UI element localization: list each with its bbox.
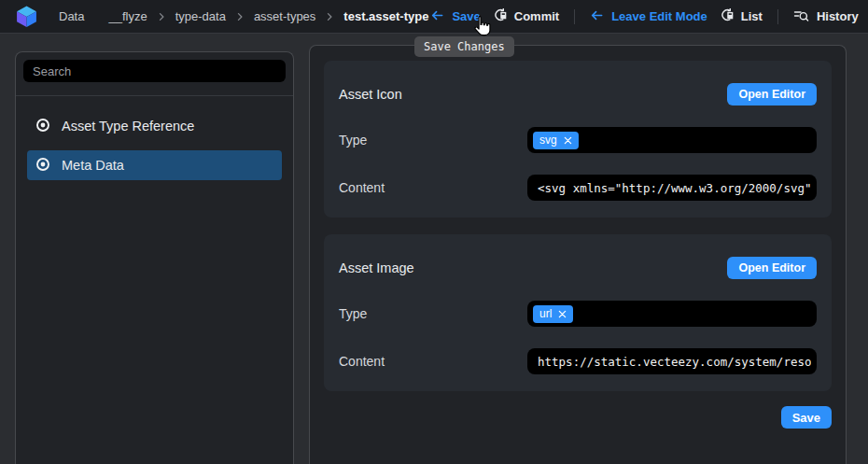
chevron-right-icon xyxy=(234,11,245,22)
content-label: Content xyxy=(339,180,385,195)
sidebar-item-label: Asset Type Reference xyxy=(62,119,194,134)
sidebar-item-asset-type-reference[interactable]: Asset Type Reference xyxy=(27,111,282,141)
breadcrumb-item-asset-types[interactable]: asset-types xyxy=(252,9,317,23)
sidebar-item-label: Meta Data xyxy=(62,158,124,173)
history-action[interactable]: History xyxy=(793,7,859,26)
asset-icon-section: Asset Icon Open Editor Type svg Content … xyxy=(324,61,832,218)
chevron-right-icon xyxy=(156,11,167,22)
section-title: Asset Icon xyxy=(339,87,402,102)
top-navbar: Data __flyze type-data asset-types test.… xyxy=(0,0,868,34)
section-title: Asset Image xyxy=(339,260,414,275)
breadcrumb-item-data[interactable]: Data xyxy=(57,9,86,23)
type-tag-label: svg xyxy=(539,134,557,147)
arrow-left-icon xyxy=(430,8,444,25)
content-label: Content xyxy=(339,354,385,369)
radio-dot-icon xyxy=(35,118,50,135)
sidebar-list: Asset Type Reference Meta Data xyxy=(16,96,293,204)
save-action-label: Save xyxy=(452,9,480,23)
save-button[interactable]: Save xyxy=(781,406,832,429)
save-action[interactable]: Save xyxy=(430,8,480,25)
list-icon xyxy=(719,7,734,25)
list-action[interactable]: List xyxy=(719,7,763,25)
list-action-label: List xyxy=(741,9,763,23)
navbar-divider xyxy=(574,9,575,24)
radio-dot-icon xyxy=(35,157,50,175)
type-tag-label: url xyxy=(539,307,552,320)
leave-edit-mode-action[interactable]: Leave Edit Mode xyxy=(590,8,707,25)
breadcrumb-item-current: test.asset-type xyxy=(342,9,430,23)
navbar-actions: Save Commit Leave Edit Mode xyxy=(430,7,858,26)
save-changes-tooltip: Save Changes xyxy=(414,36,514,57)
type-tag: svg xyxy=(533,132,579,149)
open-editor-button[interactable]: Open Editor xyxy=(727,83,817,105)
sidebar-search-wrap xyxy=(16,52,293,90)
history-action-label: History xyxy=(817,9,859,23)
content-input[interactable]: https://static.vecteezy.com/system/reso… xyxy=(527,348,817,374)
remove-tag-icon[interactable] xyxy=(558,310,567,318)
arrow-left-icon xyxy=(590,8,604,25)
type-label: Type xyxy=(339,306,367,321)
type-input[interactable]: url xyxy=(527,301,817,327)
history-search-icon xyxy=(793,7,809,26)
type-tag: url xyxy=(533,305,573,323)
leave-edit-mode-label: Leave Edit Mode xyxy=(611,9,707,23)
sidebar-panel: Asset Type Reference Meta Data xyxy=(15,51,294,464)
sidebar-item-meta-data[interactable]: Meta Data xyxy=(27,150,282,180)
breadcrumb: Data __flyze type-data asset-types test.… xyxy=(57,9,430,23)
search-input[interactable] xyxy=(23,60,286,82)
remove-tag-icon[interactable] xyxy=(564,136,572,145)
type-label: Type xyxy=(339,133,367,148)
asset-image-section: Asset Image Open Editor Type url Content… xyxy=(324,234,832,391)
meta-data-editor-panel: Asset Icon Open Editor Type svg Content … xyxy=(309,45,847,464)
chevron-right-icon xyxy=(324,11,335,22)
commit-action-label: Commit xyxy=(514,9,559,23)
breadcrumb-item-flyze[interactable]: __flyze xyxy=(106,9,148,23)
app-logo-cube-icon[interactable] xyxy=(15,5,38,28)
commit-icon xyxy=(492,7,507,25)
navbar-divider xyxy=(777,9,778,24)
type-input[interactable]: svg xyxy=(527,127,817,153)
content-input[interactable]: <svg xmlns="http://www.w3.org/2000/svg"… xyxy=(527,175,817,201)
open-editor-button[interactable]: Open Editor xyxy=(727,257,817,279)
commit-action[interactable]: Commit xyxy=(492,7,559,25)
content-value: <svg xmlns="http://www.w3.org/2000/svg"… xyxy=(533,181,811,195)
breadcrumb-item-type-data[interactable]: type-data xyxy=(174,9,228,23)
content-value: https://static.vecteezy.com/system/reso… xyxy=(533,355,811,369)
